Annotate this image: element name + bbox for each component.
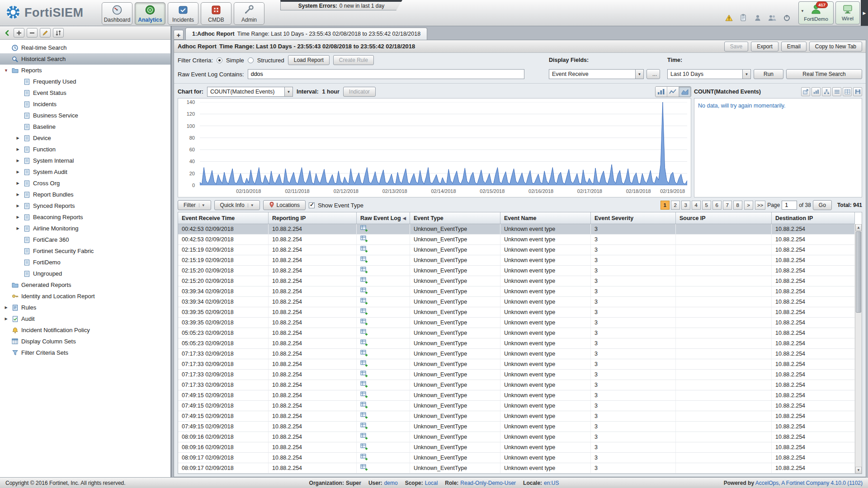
table-row[interactable]: 07:17:33 02/09/201810.88.2.254Unknown_Ev…	[178, 359, 855, 370]
sidebar-item-audit[interactable]: ▶Audit	[0, 313, 170, 324]
add-tab-button[interactable]: +	[174, 30, 184, 40]
raw-event-log-icon[interactable]	[360, 350, 368, 358]
go-button[interactable]: Go	[813, 200, 832, 210]
expand-arrow-icon[interactable]: ▶	[15, 147, 20, 151]
raw-event-log-icon[interactable]	[360, 267, 368, 275]
expand-arrow-icon[interactable]: ▶	[15, 215, 20, 219]
table-row[interactable]: 08:09:17 02/09/201810.88.2.254Unknown_Ev…	[178, 453, 855, 463]
show-event-type-checkbox[interactable]	[309, 202, 315, 208]
sidebar-item-reports[interactable]: ▼Reports	[0, 65, 170, 76]
table-row[interactable]: 07:49:15 02/09/201810.88.2.254Unknown_Ev…	[178, 422, 855, 432]
raw-event-log-icon[interactable]	[360, 391, 368, 399]
sidebar-item-system-internal[interactable]: ▶System Internal	[0, 155, 170, 166]
sidebar-item-function[interactable]: ▶Function	[0, 144, 170, 155]
user-value[interactable]: demo	[384, 480, 398, 486]
table-row[interactable]: 03:39:34 02/09/201810.88.2.254Unknown_Ev…	[178, 297, 855, 307]
table-row[interactable]: 03:39:35 02/09/201810.88.2.254Unknown_Ev…	[178, 307, 855, 318]
role-value[interactable]: Read-Only-Demo-User	[460, 480, 516, 486]
sidebar-item-generated-reports[interactable]: Generated Reports	[0, 279, 170, 291]
email-button[interactable]: Email	[781, 42, 807, 52]
organize-button[interactable]	[53, 28, 64, 38]
table-row[interactable]: 08:09:16 02/09/201810.88.2.254Unknown_Ev…	[178, 432, 855, 442]
add-button[interactable]	[14, 28, 24, 38]
run-button[interactable]: Run	[754, 69, 783, 79]
column-header-event-type[interactable]: Event Type	[410, 212, 500, 224]
raw-event-log-icon[interactable]	[360, 381, 368, 389]
simple-radio[interactable]	[217, 57, 222, 63]
sidebar-item-frequently-used[interactable]: Frequently Used	[0, 76, 170, 87]
raw-event-log-icon[interactable]	[360, 443, 368, 451]
save-view-icon[interactable]	[853, 87, 862, 96]
sidebar-item-baseline[interactable]: Baseline	[0, 121, 170, 132]
table-row[interactable]: 07:49:15 02/09/201810.88.2.254Unknown_Ev…	[178, 411, 855, 422]
expand-arrow-icon[interactable]: ▶	[15, 204, 20, 208]
column-header-source-ip[interactable]: Source IP	[676, 212, 772, 224]
collapse-arrow-icon[interactable]: ▼	[4, 68, 9, 73]
save-button[interactable]: Save	[724, 42, 748, 52]
alert-icon[interactable]	[724, 13, 733, 22]
raw-event-log-icon[interactable]	[360, 225, 368, 233]
sidebar-item-display-column-sets[interactable]: Display Column Sets	[0, 336, 170, 347]
line-chart-type-icon[interactable]	[667, 87, 679, 97]
table-view-icon[interactable]	[843, 87, 852, 96]
area-chart-type-icon[interactable]	[679, 87, 691, 97]
sidebar-item-airline-monitoring[interactable]: ▶Airline Monitoring	[0, 223, 170, 234]
table-row[interactable]: 03:39:35 02/09/201810.88.2.254Unknown_Ev…	[178, 318, 855, 328]
table-row[interactable]: 05:05:23 02/09/201810.88.2.254Unknown_Ev…	[178, 328, 855, 338]
tab-adhoc-report[interactable]: 1:Adhoc Report Time Range: Last 10 Days …	[185, 28, 427, 40]
sidebar-item-incident-notification-policy[interactable]: Incident Notification Policy	[0, 324, 170, 336]
sidebar-item-historical-search[interactable]: Historical Search	[0, 53, 170, 65]
raw-event-log-icon[interactable]	[360, 246, 368, 254]
sidebar-item-real-time-search[interactable]: Real-time Search	[0, 42, 170, 53]
page-button-1[interactable]: 1	[660, 201, 670, 210]
table-row[interactable]: 00:42:53 02/09/201810.88.2.254Unknown_Ev…	[178, 224, 855, 235]
sidebar-item-device[interactable]: ▶Device	[0, 132, 170, 144]
raw-event-log-icon[interactable]	[360, 339, 368, 347]
page-button-3[interactable]: 3	[681, 201, 690, 210]
nav-tab-cmdb[interactable]: CMDB	[201, 2, 231, 25]
table-row[interactable]: 07:17:33 02/09/201810.88.2.254Unknown_Ev…	[178, 349, 855, 359]
sidebar-item-synced-reports[interactable]: ▶Synced Reports	[0, 200, 170, 211]
column-header-raw-event-log[interactable]: Raw Event Log◀	[357, 212, 410, 224]
locations-button[interactable]: Locations	[263, 200, 306, 210]
page-button-2[interactable]: 2	[671, 201, 680, 210]
sidebar-item-filter-criteria-sets[interactable]: Filter Criteria Sets	[0, 347, 170, 358]
last-page-button[interactable]: >>	[755, 201, 765, 210]
scroll-up-icon[interactable]: ▲	[855, 224, 862, 231]
nav-tab-dashboard[interactable]: Dashboard	[102, 2, 132, 25]
sidebar-item-business-service[interactable]: Business Service	[0, 110, 170, 121]
export-view-icon[interactable]	[801, 87, 810, 96]
page-button-5[interactable]: 5	[702, 201, 711, 210]
raw-event-log-icon[interactable]	[360, 402, 368, 410]
filter-dropdown-button[interactable]: Filter ▼	[178, 200, 211, 210]
raw-event-log-icon[interactable]	[360, 308, 368, 316]
user-menu-fortidemo[interactable]: ▼ 417 FortiDemo	[798, 1, 834, 24]
collapse-column-icon[interactable]: ◀	[403, 216, 406, 221]
table-row[interactable]: 03:39:34 02/09/201810.88.2.254Unknown_Ev…	[178, 286, 855, 297]
raw-event-log-icon[interactable]	[360, 235, 368, 244]
bar-view-icon[interactable]	[811, 87, 821, 96]
table-row[interactable]: 07:49:15 02/09/201810.88.2.254Unknown_Ev…	[178, 390, 855, 401]
vertical-scrollbar[interactable]: ▲ ▼	[855, 224, 862, 474]
raw-event-log-icon[interactable]	[360, 464, 368, 472]
expand-arrow-icon[interactable]: ▶	[15, 170, 20, 174]
expand-arrow-icon[interactable]: ▶	[15, 226, 20, 230]
next-page-button[interactable]: >	[744, 201, 753, 210]
user-icon[interactable]	[753, 13, 762, 22]
expand-arrow-icon[interactable]: ▶	[15, 181, 20, 185]
column-header-reporting-ip[interactable]: Reporting IP	[269, 212, 357, 224]
copy-to-new-tab-button[interactable]: Copy to New Tab	[809, 42, 862, 52]
raw-event-log-icon[interactable]	[360, 277, 368, 285]
create-rule-button[interactable]: Create Rule	[333, 55, 374, 65]
page-button-7[interactable]: 7	[723, 201, 732, 210]
page-number-input[interactable]	[782, 201, 797, 210]
more-display-fields-button[interactable]: ...	[646, 69, 660, 79]
table-row[interactable]: 08:09:16 02/09/201810.88.2.254Unknown_Ev…	[178, 442, 855, 453]
load-report-button[interactable]: Load Report	[288, 55, 330, 65]
table-row[interactable]: 02:15:19 02/09/201810.88.2.254Unknown_Ev…	[178, 255, 855, 266]
raw-event-log-icon[interactable]	[360, 433, 368, 441]
nav-tab-analytics[interactable]: Analytics	[135, 2, 165, 25]
expand-arrow-icon[interactable]: ▶	[15, 192, 20, 197]
expand-arrow-icon[interactable]: ▶	[4, 317, 9, 321]
real-time-search-button[interactable]: Real Time Search	[786, 69, 862, 79]
